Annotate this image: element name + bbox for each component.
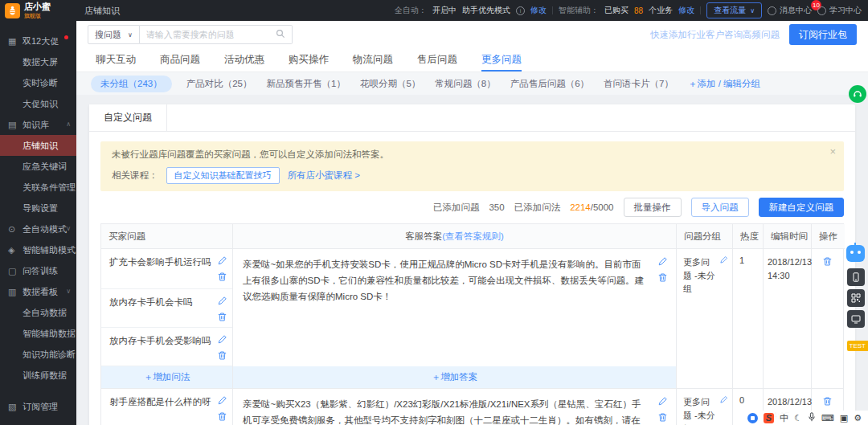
qa-training-icon: ▢ xyxy=(8,260,16,281)
chevron-down-icon: ∨ xyxy=(66,219,71,239)
tab-custom-question[interactable]: 自定义问题 xyxy=(89,104,167,131)
sidebar-item-emergency-keywords[interactable]: 应急关键词 xyxy=(0,156,76,177)
edit-icon[interactable] xyxy=(657,256,668,267)
auto-status-label: 全自动： xyxy=(395,5,427,16)
keyboard-icon[interactable]: ⌨ xyxy=(821,414,834,423)
tab-chat[interactable]: 聊天互动 xyxy=(96,48,136,72)
group-pill[interactable]: 产品售后问题（6） xyxy=(510,78,589,90)
notification-dot xyxy=(64,35,68,39)
delete-icon[interactable] xyxy=(822,396,833,407)
learn-center-button[interactable]: 学习中心 xyxy=(817,5,862,16)
monitor-float-button[interactable] xyxy=(847,310,865,328)
sidebar-item-qa-training[interactable]: ▢ 问答训练 xyxy=(0,260,76,281)
group-pill[interactable]: 花呗分期（5） xyxy=(360,78,420,90)
delete-icon[interactable] xyxy=(657,412,668,423)
chat-tray-icon[interactable] xyxy=(747,413,758,423)
delete-icon[interactable] xyxy=(657,272,668,283)
mobile-app-float-button[interactable] xyxy=(847,268,865,286)
notice-line2: 相关课程： 自定义知识基础配置技巧 所有店小蜜课程 > xyxy=(112,167,820,184)
add-answer-button[interactable]: ＋增加答案 xyxy=(233,366,676,388)
mic-icon[interactable] xyxy=(808,412,816,423)
group-pill[interactable]: 产品对比（25） xyxy=(186,78,252,90)
qr-code-float-button[interactable] xyxy=(847,289,865,307)
group-pill[interactable]: 首问语卡片（7） xyxy=(604,78,674,90)
sidebar-item-knowledge-base[interactable]: ▤ 知识库 ∧ xyxy=(0,114,76,135)
answer-rules-link[interactable]: (查看答案规则) xyxy=(442,231,504,241)
group-pill[interactable]: 常规问题（8） xyxy=(435,78,495,90)
col-header-answer: 客服答案(查看答案规则) xyxy=(233,224,677,249)
close-icon[interactable]: × xyxy=(829,145,836,157)
delete-icon[interactable] xyxy=(217,272,227,282)
app-logo[interactable]: 店小蜜 旗舰版 xyxy=(0,2,76,18)
sidebar-item-knowledge-diagnosis[interactable]: 知识功能诊断 xyxy=(0,344,76,365)
customer-service-float-button[interactable] xyxy=(849,85,866,103)
info-icon[interactable]: i xyxy=(516,6,525,15)
auto-modify-link[interactable]: 修改 xyxy=(530,5,547,16)
auto-status-value: 开启中 xyxy=(432,5,457,16)
delete-icon[interactable] xyxy=(217,312,227,322)
delete-icon[interactable] xyxy=(822,256,833,267)
edit-icon[interactable] xyxy=(719,395,728,404)
night-mode-icon[interactable]: ☾ xyxy=(794,414,802,423)
answer-cell: 亲爱哒~购买X23（魅影紫、幻影红）/X23幻彩版/X21标准版/X21i/NE… xyxy=(233,389,676,425)
search-icon[interactable] xyxy=(276,29,285,41)
course-label: 相关课程： xyxy=(112,170,158,182)
xiaomi-robot-icon[interactable] xyxy=(846,245,865,262)
sidebar-item-auto-mode[interactable]: ⊙ 全自动模式 ∨ xyxy=(0,219,76,239)
search-category-select[interactable]: 搜问题 ∨ xyxy=(88,25,140,44)
group-pill[interactable]: 未分组（243） xyxy=(91,76,172,92)
import-question-button[interactable]: 导入问题 xyxy=(691,198,749,217)
sidebar-item-realtime-diagnosis[interactable]: 实时诊断 xyxy=(0,72,76,93)
sidebar-item-data-screen[interactable]: 数据大屏 xyxy=(0,51,76,72)
edit-icon[interactable] xyxy=(217,255,227,266)
assist-value-post: 个业务 xyxy=(649,5,673,16)
all-courses-link[interactable]: 所有店小蜜课程 > xyxy=(288,170,360,182)
tab-more[interactable]: 更多问题 xyxy=(481,48,522,72)
batch-action-button[interactable]: 批量操作 xyxy=(624,198,682,217)
edit-icon[interactable] xyxy=(657,396,668,407)
group-pill[interactable]: 新品预售开售（1） xyxy=(266,78,345,90)
sogou-input-icon[interactable]: S xyxy=(764,413,774,423)
edit-icon[interactable] xyxy=(719,255,728,264)
tab-logistics[interactable]: 物流问题 xyxy=(353,48,393,72)
subscribe-industry-pack-button[interactable]: 订阅行业包 xyxy=(789,24,857,45)
tab-aftersale[interactable]: 售后问题 xyxy=(417,48,457,72)
screenshot-icon[interactable]: ▣ xyxy=(840,414,848,423)
search-input[interactable] xyxy=(146,30,271,39)
sidebar-item-condition-management[interactable]: 关联条件管理 xyxy=(0,177,76,198)
sidebar-item-subscription[interactable]: ▧ 订阅管理 xyxy=(0,396,76,417)
language-zh-icon[interactable]: 中 xyxy=(780,414,788,423)
tab-purchase[interactable]: 购买操作 xyxy=(289,48,329,72)
edit-icon[interactable] xyxy=(217,395,227,406)
create-custom-question-button[interactable]: 新建自定义问题 xyxy=(759,198,845,217)
sidebar-item-double12-promo[interactable]: ▦ 双12大促 xyxy=(0,31,76,51)
quick-add-link[interactable]: 快速添加行业客户咨询高频问题 xyxy=(650,29,780,41)
col-header-time: 编辑时间 xyxy=(764,224,812,249)
question-column: 射手座搭配是什么样的呀 星座图 xyxy=(101,389,233,425)
sidebar-item-data-board[interactable]: ▥ 数据看板 ∨ xyxy=(0,281,76,302)
sidebar-item-trainer-data[interactable]: 训练师数据 xyxy=(0,365,76,386)
knowledge-base-icon: ▤ xyxy=(8,114,16,135)
tab-activity[interactable]: 活动优惠 xyxy=(224,48,264,72)
top-bar: 店小蜜 旗舰版 店铺知识 全自动： 开启中 助手优先模式 i 修改 智能辅助： … xyxy=(0,0,868,21)
tab-product[interactable]: 商品问题 xyxy=(160,48,200,72)
assist-modify-link[interactable]: 修改 xyxy=(678,5,694,16)
sidebar-item-shop-knowledge[interactable]: 店铺知识 xyxy=(0,135,76,156)
edit-icon[interactable] xyxy=(217,296,227,306)
toolbox-icon[interactable]: ⚙ xyxy=(854,414,862,423)
delete-icon[interactable] xyxy=(217,350,227,361)
delete-icon[interactable] xyxy=(217,411,227,422)
sidebar-item-assist-mode[interactable]: ◈ 智能辅助模式 ∨ xyxy=(0,239,76,260)
sidebar-item-guide-settings[interactable]: 导购设置 xyxy=(0,198,76,219)
topbar-right: 全自动： 开启中 助手优先模式 i 修改 智能辅助： 已购买 88 个业务 修改… xyxy=(395,2,868,18)
sidebar-item-promo-knowledge[interactable]: 大促知识 xyxy=(0,93,76,114)
course-link[interactable]: 自定义知识基础配置技巧 xyxy=(166,167,280,184)
message-center-button[interactable]: 消息中心 10 xyxy=(768,5,812,16)
edit-icon[interactable] xyxy=(217,334,227,345)
view-traffic-button[interactable]: 查看流量 ∨ xyxy=(706,2,762,18)
add-question-button[interactable]: ＋增加问法 xyxy=(101,366,232,388)
logo-badge: 旗舰版 xyxy=(24,13,51,18)
sidebar-item-assist-data[interactable]: 智能辅助数据 xyxy=(0,323,76,344)
sidebar-item-auto-data[interactable]: 全自动数据 xyxy=(0,302,76,323)
add-edit-group-link[interactable]: ＋添加 / 编辑分组 xyxy=(688,78,760,90)
